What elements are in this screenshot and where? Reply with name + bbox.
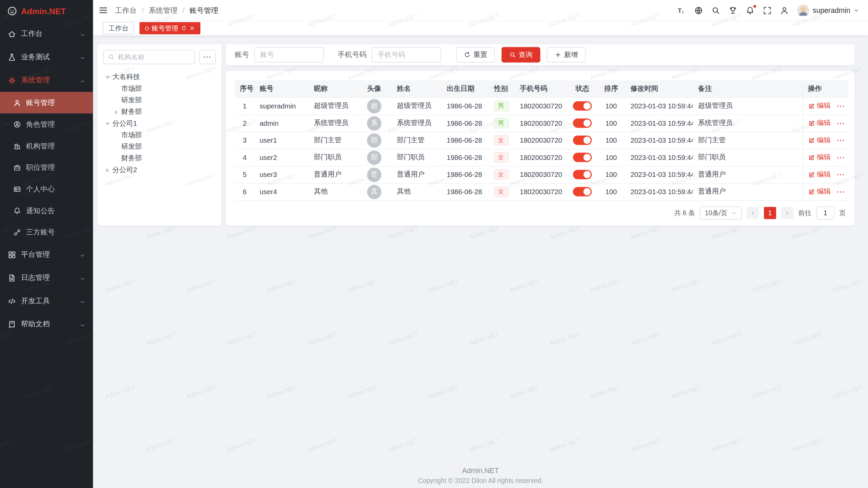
hamburger-icon[interactable]: [99, 5, 108, 15]
tree-caret[interactable]: [115, 110, 118, 114]
cell: 女: [487, 183, 515, 200]
edit-label: 编辑: [817, 153, 831, 162]
search-icon: [509, 52, 516, 58]
tree-node-label: 市场部: [121, 130, 142, 140]
tree-node[interactable]: 研发部: [103, 95, 216, 106]
tree-node[interactable]: 市场部: [103, 83, 216, 95]
tree-node[interactable]: 研发部: [103, 141, 216, 152]
tree-more-button[interactable]: ···: [199, 50, 216, 64]
header-actions: Tt: [677, 6, 789, 15]
tree-node-label: 研发部: [121, 96, 142, 105]
person-icon[interactable]: [780, 6, 789, 15]
sidebar-subitem[interactable]: 职位管理: [0, 157, 93, 178]
sidebar-item[interactable]: 系统管理: [0, 68, 93, 92]
edit-label: 编辑: [817, 136, 831, 145]
pagination: 共 6 条 10条/页 1 前往: [674, 206, 846, 220]
sidebar-item[interactable]: 平台管理: [0, 243, 93, 266]
sidebar-item[interactable]: 业务测试: [0, 45, 93, 69]
tree-node[interactable]: 财务部: [103, 106, 216, 118]
prev-page-button[interactable]: [747, 207, 759, 219]
edit-button[interactable]: 编辑: [808, 101, 831, 111]
cell: 编辑···: [803, 115, 848, 132]
tab-active-dot: [145, 26, 149, 30]
tree-caret[interactable]: [105, 122, 110, 125]
cell: 100: [597, 166, 626, 183]
edit-button[interactable]: 编辑: [808, 118, 831, 128]
tab-refresh-icon[interactable]: [181, 25, 186, 31]
reset-button[interactable]: 重置: [456, 47, 495, 63]
status-toggle[interactable]: [573, 153, 592, 162]
theme-icon[interactable]: [729, 6, 737, 15]
fullscreen-icon[interactable]: [763, 6, 772, 15]
tree-node[interactable]: 大名科技: [103, 72, 216, 83]
gear-icon: [8, 76, 16, 84]
logo[interactable]: Admin.NET: [0, 0, 93, 22]
sidebar-item[interactable]: 日志管理: [0, 266, 93, 289]
tab[interactable]: 账号管理: [139, 22, 200, 34]
cell: 超: [356, 97, 392, 115]
more-actions-button[interactable]: ···: [837, 102, 845, 110]
sidebar-subitem[interactable]: 三方账号: [0, 221, 93, 243]
more-actions-button[interactable]: ···: [837, 171, 845, 179]
status-toggle[interactable]: [573, 118, 592, 128]
edit-button[interactable]: 编辑: [808, 170, 831, 179]
status-toggle[interactable]: [573, 170, 592, 179]
sidebar-subitem[interactable]: 角色管理: [0, 114, 93, 135]
column-header: 手机号码: [515, 80, 568, 98]
sidebar-item[interactable]: 工作台: [0, 22, 93, 45]
org-search-input[interactable]: [118, 53, 190, 61]
cell: 2023-01-03 10:59:44: [626, 115, 693, 132]
more-actions-button[interactable]: ···: [837, 136, 845, 144]
phone-input[interactable]: [372, 47, 441, 63]
current-page-button[interactable]: 1: [764, 207, 776, 219]
tree-caret[interactable]: [106, 168, 109, 172]
cell: 1986-06-28: [442, 166, 487, 183]
edit-button[interactable]: 编辑: [808, 153, 831, 162]
cell: 4: [235, 149, 255, 166]
tree-node[interactable]: 分公司1: [103, 118, 216, 129]
edit-button[interactable]: 编辑: [808, 187, 831, 197]
sidebar-subitem[interactable]: 机构管理: [0, 135, 93, 157]
breadcrumb-item[interactable]: 工作台: [115, 5, 137, 15]
cell: 超级管理员: [392, 97, 442, 115]
tree-caret[interactable]: [105, 76, 110, 79]
sidebar-subitem-label: 通知公告: [26, 206, 55, 216]
tree-node[interactable]: 分公司2: [103, 164, 216, 176]
sidebar-item[interactable]: 开发工具: [0, 289, 93, 313]
next-page-button[interactable]: [781, 207, 793, 219]
logo-icon: [7, 6, 17, 16]
status-toggle[interactable]: [573, 136, 592, 145]
sidebar-subitem[interactable]: 通知公告: [0, 200, 93, 221]
search-label: 查询: [519, 50, 533, 60]
sidebar-subitem[interactable]: 账号管理: [0, 92, 93, 114]
gender-tag: 女: [494, 135, 509, 145]
tab[interactable]: 工作台: [103, 22, 134, 34]
tab-bar: 工作台账号管理: [93, 21, 868, 35]
user-menu[interactable]: superadmin: [797, 4, 859, 16]
bell-icon[interactable]: [746, 6, 754, 15]
font-icon[interactable]: Tt: [677, 6, 686, 15]
tree-search-row: ···: [103, 50, 216, 64]
row-actions: 编辑···: [808, 187, 843, 197]
breadcrumb-item[interactable]: 系统管理: [149, 5, 178, 15]
locale-icon[interactable]: [694, 6, 703, 15]
status-toggle[interactable]: [573, 187, 592, 197]
sidebar-subitem[interactable]: 个人中心: [0, 178, 93, 200]
edit-button[interactable]: 编辑: [808, 136, 831, 145]
sidebar-item-label: 帮助文档: [21, 319, 75, 329]
page-size-select[interactable]: 10条/页: [700, 206, 742, 220]
tab-close-icon[interactable]: [189, 25, 195, 31]
sidebar-item[interactable]: 帮助文档: [0, 312, 93, 336]
search-icon[interactable]: [711, 6, 720, 15]
account-input[interactable]: [254, 47, 324, 63]
tree-node[interactable]: 市场部: [103, 129, 216, 141]
more-actions-button[interactable]: ···: [837, 119, 845, 127]
tree-node-label: 市场部: [121, 84, 142, 94]
tree-node[interactable]: 财务部: [103, 153, 216, 164]
add-button[interactable]: 新增: [547, 47, 586, 63]
search-button[interactable]: 查询: [501, 47, 540, 63]
goto-page-input[interactable]: [816, 206, 834, 220]
status-toggle[interactable]: [573, 101, 592, 111]
more-actions-button[interactable]: ···: [837, 188, 845, 196]
more-actions-button[interactable]: ···: [837, 154, 845, 161]
